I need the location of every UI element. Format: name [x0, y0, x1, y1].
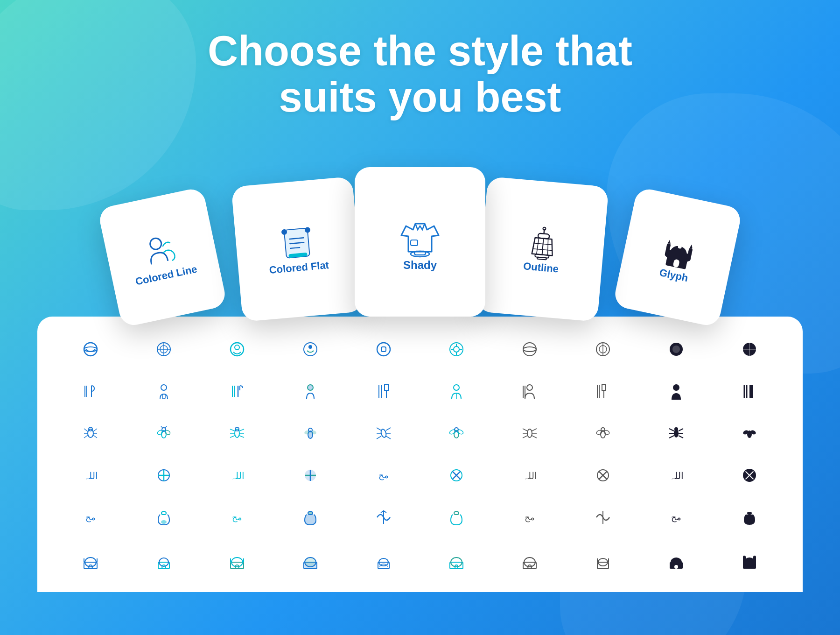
hero-title: Choose the style that suits you best [0, 0, 840, 130]
icon-r5c3: مح [203, 499, 272, 536]
icons-grid-section: اللہ اللہ مح اللہ اللہ مح [37, 317, 803, 592]
icon-r5c1: مح [56, 499, 126, 536]
svg-rect-166 [161, 512, 166, 515]
icon-r3c2 [129, 415, 199, 452]
icon-r6c6 [422, 541, 491, 578]
icon-r2c9 [641, 373, 711, 410]
icon-r4c7: اللہ [495, 457, 565, 494]
icon-r5c10 [714, 499, 784, 536]
icon-r6c5 [349, 541, 418, 578]
icon-r6c10 [714, 541, 784, 578]
svg-text:مح: مح [232, 513, 242, 522]
svg-line-97 [161, 426, 163, 428]
svg-point-50 [523, 343, 536, 356]
icon-r2c8 [568, 373, 638, 410]
svg-rect-64 [162, 394, 165, 399]
svg-line-128 [523, 436, 527, 438]
icon-r3c5 [349, 415, 418, 452]
icon-r1c8 [568, 331, 638, 368]
card-glyph[interactable]: Glyph [613, 187, 743, 328]
icon-r3c1 [56, 415, 126, 452]
card-outline-label: Outline [523, 260, 559, 275]
icon-r5c4 [275, 499, 345, 536]
svg-line-102 [239, 429, 244, 431]
icon-r2c2 [129, 373, 199, 410]
svg-point-123 [527, 429, 532, 437]
svg-line-126 [532, 429, 537, 431]
icon-r2c5 [349, 373, 418, 410]
svg-text:اللہ: اللہ [523, 471, 537, 481]
icon-r2c6 [422, 373, 491, 410]
card-colored-line[interactable]: Colored Line [97, 187, 227, 328]
svg-point-42 [377, 343, 390, 356]
colored-flat-icon [277, 223, 317, 263]
icon-r4c2 [129, 457, 199, 494]
icon-r5c6 [422, 499, 491, 536]
svg-rect-11 [414, 251, 426, 255]
svg-text:مح: مح [671, 513, 681, 522]
svg-point-45 [454, 346, 459, 352]
icon-r1c4 [275, 331, 345, 368]
svg-rect-84 [749, 390, 753, 398]
icon-r4c10 [714, 457, 784, 494]
icon-r4c3: اللہ [203, 457, 272, 494]
hero-title-line2: suits you best [279, 74, 561, 120]
svg-line-135 [669, 429, 674, 431]
svg-text:اللہ: اللہ [669, 471, 683, 481]
card-outline[interactable]: Outline [476, 176, 609, 322]
icon-r1c9 [641, 331, 711, 368]
svg-line-124 [523, 429, 527, 431]
icon-r2c1 [56, 373, 126, 410]
icons-grid: اللہ اللہ مح اللہ اللہ مح [56, 331, 784, 578]
icon-r6c9 [641, 541, 711, 578]
svg-line-129 [532, 436, 537, 438]
svg-point-0 [149, 237, 162, 250]
svg-point-51 [523, 347, 536, 352]
icon-r1c2 [129, 331, 199, 368]
svg-line-90 [84, 435, 88, 438]
svg-point-56 [672, 346, 680, 353]
svg-line-113 [377, 428, 381, 430]
svg-line-7 [290, 247, 300, 248]
svg-line-88 [93, 429, 97, 431]
svg-marker-28 [668, 240, 672, 244]
card-colored-flat-label: Colored Flat [269, 259, 329, 276]
icon-r4c4 [275, 457, 345, 494]
icon-r3c4 [275, 415, 345, 452]
icon-r1c1 [56, 331, 126, 368]
outline-icon [523, 223, 563, 263]
icon-r2c10 [714, 373, 784, 410]
icon-r1c10 [714, 331, 784, 368]
icon-r5c5 [349, 499, 418, 536]
svg-point-63 [161, 385, 167, 390]
card-shady-label: Shady [403, 259, 437, 272]
svg-line-100 [230, 429, 235, 431]
shady-icon [397, 212, 443, 259]
icon-r5c9: مح [641, 499, 711, 536]
svg-point-81 [673, 384, 679, 391]
svg-point-167 [161, 520, 167, 524]
svg-rect-171 [454, 512, 459, 515]
svg-rect-210 [743, 556, 746, 565]
icon-r2c4 [275, 373, 345, 410]
style-cards-section: Colored Line Colored Flat [0, 139, 840, 317]
hero-title-line1: Choose the style that [208, 28, 632, 74]
svg-point-121 [456, 429, 464, 435]
svg-line-118 [386, 436, 391, 439]
svg-rect-9 [411, 240, 418, 246]
icon-r6c4 [275, 541, 345, 578]
svg-line-14 [537, 238, 539, 254]
svg-line-140 [679, 436, 683, 438]
card-colored-flat[interactable]: Colored Flat [231, 176, 364, 322]
icon-r4c1: اللہ [56, 457, 126, 494]
icon-r5c8 [568, 499, 638, 536]
svg-point-21 [543, 227, 546, 230]
icon-r1c6 [422, 331, 491, 368]
icon-r3c6 [422, 415, 491, 452]
svg-rect-211 [753, 556, 756, 565]
icon-r3c10 [714, 415, 784, 452]
icon-r4c9: اللہ [641, 457, 711, 494]
icon-r6c7 [495, 541, 565, 578]
card-shady[interactable]: Shady [355, 167, 485, 317]
svg-point-120 [449, 429, 456, 435]
